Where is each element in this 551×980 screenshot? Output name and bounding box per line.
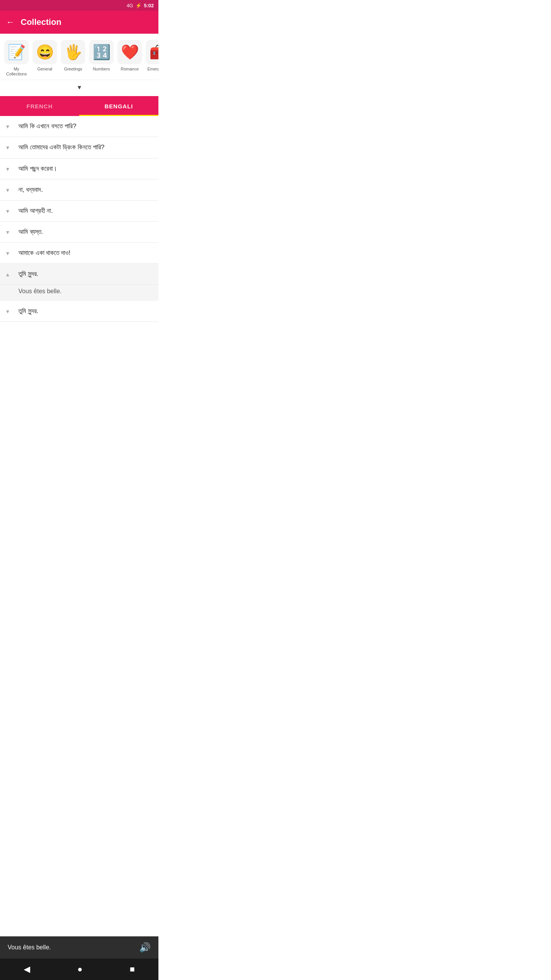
phrase-row-4[interactable]: ▾ না, ধন্যবাদ.: [0, 180, 158, 201]
network-icon: 4G: [127, 3, 133, 8]
category-item-my-collections[interactable]: 📝 My Collections: [3, 40, 30, 77]
battery-icon: ⚡: [135, 3, 142, 8]
category-icon-numbers: 🔢: [89, 40, 114, 64]
phrase-row-9[interactable]: ▾ তুমি সুন্দর.: [0, 301, 158, 322]
category-item-greetings[interactable]: 🖐️ Greetings: [60, 40, 86, 77]
tab-bengali[interactable]: BENGALI: [79, 96, 158, 116]
category-scroll: 📝 My Collections 😄 General 🖐️ Greetings …: [0, 34, 158, 80]
expand-chevron-icon: ▾: [78, 83, 81, 91]
category-icon-general: 😄: [33, 40, 57, 64]
category-label-general: General: [37, 67, 52, 72]
category-label-greetings: Greetings: [64, 67, 82, 72]
category-icon-greetings: 🖐️: [61, 40, 85, 64]
category-label-my-collections: My Collections: [3, 67, 29, 77]
phrase-row-5[interactable]: ▾ আমি আগ্রহী না.: [0, 201, 158, 222]
phrase-text-8: তুমি সুন্দর.: [18, 270, 152, 278]
chevron-down-icon: ▾: [6, 207, 18, 215]
phrase-text-7: আমাকে একা থাকতে দাও!: [18, 249, 152, 257]
page-title: Collection: [21, 17, 61, 27]
phrase-row-3[interactable]: ▾ আমি পছন্দ করেবা।: [0, 158, 158, 180]
category-item-emergency[interactable]: 🧰 Emergency: [145, 40, 158, 77]
chevron-down-icon: ▾: [6, 307, 18, 315]
phrase-text-5: আমি আগ্রহী না.: [18, 207, 152, 215]
category-item-numbers[interactable]: 🔢 Numbers: [88, 40, 115, 77]
app-bar: ← Collection: [0, 11, 158, 34]
phrase-list: ▾ আমি কি এখানে বসতে পারি? ▾ আমি তোমাদের …: [0, 116, 158, 322]
category-item-romance[interactable]: ❤️ Romance: [116, 40, 143, 77]
phrase-text-3: আমি পছন্দ করেবা।: [18, 165, 152, 173]
chevron-down-icon: ▾: [6, 143, 18, 151]
category-icon-emergency: 🧰: [146, 40, 158, 64]
chevron-down-icon: ▾: [6, 165, 18, 173]
tab-french[interactable]: FRENCH: [0, 96, 79, 116]
phrase-text-4: না, ধন্যবাদ.: [18, 186, 152, 194]
chevron-down-icon: ▾: [6, 122, 18, 130]
phrase-text-6: আমি ব্যস্ত.: [18, 228, 152, 236]
chevron-down-icon: ▾: [6, 228, 18, 236]
tab-label-french: FRENCH: [26, 103, 53, 109]
tab-label-bengali: BENGALI: [104, 103, 133, 109]
status-bar: 4G ⚡ 5:02: [0, 0, 158, 11]
back-button[interactable]: ←: [6, 17, 15, 27]
phrase-row-6[interactable]: ▾ আমি ব্যস্ত.: [0, 222, 158, 243]
chevron-down-icon: ▾: [6, 249, 18, 257]
chevron-up-icon: ▴: [6, 270, 18, 278]
phrase-row-7[interactable]: ▾ আমাকে একা থাকতে দাও!: [0, 243, 158, 264]
category-icon-romance: ❤️: [117, 40, 142, 64]
expand-row[interactable]: ▾: [0, 80, 158, 96]
chevron-down-icon: ▾: [6, 186, 18, 194]
phrase-text-9: তুমি সুন্দর.: [18, 307, 152, 315]
translation-text-8: Vous êtes belle.: [18, 288, 62, 294]
time-display: 5:02: [144, 3, 154, 8]
category-icon-my-collections: 📝: [4, 40, 29, 64]
phrase-row-8[interactable]: ▴ তুমি সুন্দর.: [0, 264, 158, 285]
category-label-emergency: Emergency: [147, 67, 158, 72]
phrase-list-scroll: ▾ আমি কি এখানে বসতে পারি? ▾ আমি তোমাদের …: [0, 116, 158, 368]
translation-row-8: Vous êtes belle.: [0, 285, 158, 301]
category-label-numbers: Numbers: [93, 67, 110, 72]
language-tabs: FRENCHBENGALI: [0, 96, 158, 116]
phrase-row-2[interactable]: ▾ আমি তোমাদের একটা ড্রিংক কিনতে পারি?: [0, 137, 158, 158]
category-label-romance: Romance: [121, 67, 139, 72]
category-item-general[interactable]: 😄 General: [31, 40, 58, 77]
phrase-row-1[interactable]: ▾ আমি কি এখানে বসতে পারি?: [0, 116, 158, 137]
phrase-text-1: আমি কি এখানে বসতে পারি?: [18, 122, 152, 131]
phrase-text-2: আমি তোমাদের একটা ড্রিংক কিনতে পারি?: [18, 143, 152, 152]
